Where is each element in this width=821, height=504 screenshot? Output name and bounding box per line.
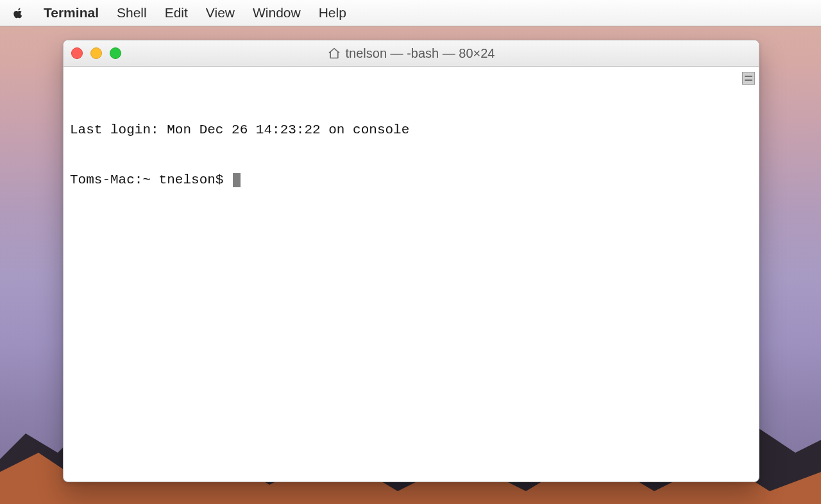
window-title-text: tnelson — -bash — 80×24: [346, 46, 495, 61]
menubar-item-view[interactable]: View: [206, 5, 235, 21]
macos-menubar: Terminal Shell Edit View Window Help: [0, 0, 821, 26]
terminal-cursor: [233, 173, 241, 187]
window-title: tnelson — -bash — 80×24: [328, 46, 495, 61]
window-zoom-button[interactable]: [110, 47, 121, 59]
menubar-item-help[interactable]: Help: [319, 5, 346, 21]
terminal-content[interactable]: Last login: Mon Dec 26 14:23:22 on conso…: [63, 67, 759, 482]
window-titlebar[interactable]: tnelson — -bash — 80×24: [63, 40, 759, 67]
scroll-indicator-icon[interactable]: [742, 72, 755, 85]
window-minimize-button[interactable]: [90, 47, 102, 59]
window-close-button[interactable]: [71, 47, 83, 59]
terminal-last-login: Last login: Mon Dec 26 14:23:22 on conso…: [70, 122, 752, 139]
menubar-item-shell[interactable]: Shell: [117, 5, 147, 21]
desktop: Terminal Shell Edit View Window Help tne…: [0, 0, 821, 504]
menubar-item-edit[interactable]: Edit: [165, 5, 188, 21]
apple-menu-icon[interactable]: [12, 6, 26, 20]
home-folder-icon: [328, 47, 341, 60]
terminal-prompt: Toms-Mac:~ tnelson$: [70, 172, 223, 189]
menubar-item-window[interactable]: Window: [253, 5, 301, 21]
terminal-window: tnelson — -bash — 80×24 Last login: Mon …: [63, 40, 759, 482]
window-traffic-lights: [71, 47, 121, 59]
menubar-app-name[interactable]: Terminal: [44, 5, 99, 21]
